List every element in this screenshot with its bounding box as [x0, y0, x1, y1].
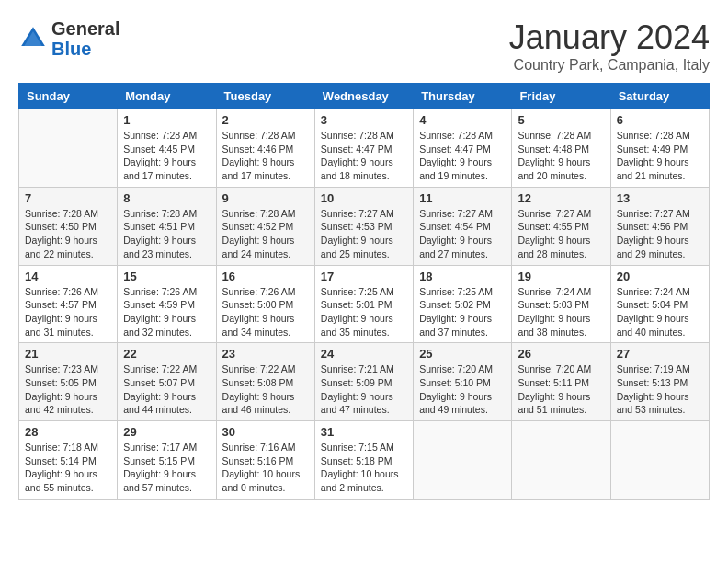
calendar-cell: 25Sunrise: 7:20 AMSunset: 5:10 PMDayligh… — [414, 343, 512, 421]
day-number: 21 — [25, 347, 111, 361]
day-number: 25 — [419, 347, 506, 361]
day-info: Sunrise: 7:28 AMSunset: 4:48 PMDaylight:… — [518, 129, 604, 183]
day-info: Sunrise: 7:28 AMSunset: 4:47 PMDaylight:… — [321, 129, 407, 183]
day-number: 30 — [222, 425, 309, 439]
day-number: 11 — [419, 191, 506, 205]
calendar-cell: 12Sunrise: 7:27 AMSunset: 4:55 PMDayligh… — [512, 187, 610, 265]
calendar-cell: 21Sunrise: 7:23 AMSunset: 5:05 PMDayligh… — [19, 343, 118, 421]
calendar-cell: 24Sunrise: 7:21 AMSunset: 5:09 PMDayligh… — [314, 343, 413, 421]
day-info: Sunrise: 7:15 AMSunset: 5:18 PMDaylight:… — [321, 441, 407, 495]
day-number: 24 — [321, 347, 407, 361]
column-header-wednesday: Wednesday — [314, 84, 413, 109]
calendar-cell: 7Sunrise: 7:28 AMSunset: 4:50 PMDaylight… — [19, 187, 118, 265]
calendar-cell: 6Sunrise: 7:28 AMSunset: 4:49 PMDaylight… — [610, 109, 709, 188]
column-header-friday: Friday — [512, 84, 610, 109]
day-info: Sunrise: 7:18 AMSunset: 5:14 PMDaylight:… — [25, 441, 111, 495]
calendar-cell: 28Sunrise: 7:18 AMSunset: 5:14 PMDayligh… — [19, 421, 118, 500]
day-number: 23 — [222, 347, 309, 361]
calendar-cell: 13Sunrise: 7:27 AMSunset: 4:56 PMDayligh… — [610, 187, 709, 265]
day-number: 10 — [321, 191, 407, 205]
calendar-table: SundayMondayTuesdayWednesdayThursdayFrid… — [18, 83, 710, 500]
calendar-cell: 18Sunrise: 7:25 AMSunset: 5:02 PMDayligh… — [414, 265, 512, 343]
calendar-cell: 15Sunrise: 7:26 AMSunset: 4:59 PMDayligh… — [118, 265, 216, 343]
calendar-cell — [512, 421, 610, 500]
calendar-cell: 10Sunrise: 7:27 AMSunset: 4:53 PMDayligh… — [314, 187, 413, 265]
calendar-cell: 22Sunrise: 7:22 AMSunset: 5:07 PMDayligh… — [118, 343, 216, 421]
title-section: January 2024 Country Park, Campania, Ita… — [509, 18, 710, 74]
calendar-cell: 9Sunrise: 7:28 AMSunset: 4:52 PMDaylight… — [216, 187, 314, 265]
calendar-cell — [414, 421, 512, 500]
day-number: 16 — [222, 270, 309, 283]
calendar-cell: 27Sunrise: 7:19 AMSunset: 5:13 PMDayligh… — [610, 343, 709, 421]
calendar-cell: 30Sunrise: 7:16 AMSunset: 5:16 PMDayligh… — [216, 421, 314, 500]
day-number: 18 — [419, 270, 506, 283]
column-header-thursday: Thursday — [414, 84, 512, 109]
day-number: 1 — [123, 113, 210, 127]
day-info: Sunrise: 7:17 AMSunset: 5:15 PMDaylight:… — [123, 441, 210, 495]
day-number: 15 — [123, 270, 210, 283]
calendar-cell — [19, 109, 118, 188]
calendar-cell: 20Sunrise: 7:24 AMSunset: 5:04 PMDayligh… — [610, 265, 709, 343]
day-info: Sunrise: 7:22 AMSunset: 5:08 PMDaylight:… — [222, 362, 309, 417]
day-number: 29 — [123, 425, 210, 439]
logo-text: General Blue — [51, 18, 119, 59]
day-info: Sunrise: 7:24 AMSunset: 5:04 PMDaylight:… — [617, 285, 703, 339]
day-info: Sunrise: 7:20 AMSunset: 5:11 PMDaylight:… — [518, 362, 604, 417]
column-header-monday: Monday — [118, 84, 216, 109]
logo-blue-text: Blue — [51, 39, 91, 59]
day-number: 27 — [617, 347, 703, 361]
logo-icon — [18, 24, 48, 53]
column-header-saturday: Saturday — [610, 84, 709, 109]
day-number: 7 — [25, 191, 111, 205]
calendar-cell: 31Sunrise: 7:15 AMSunset: 5:18 PMDayligh… — [314, 421, 413, 500]
logo-general-text: General — [51, 18, 119, 39]
day-info: Sunrise: 7:27 AMSunset: 4:53 PMDaylight:… — [321, 207, 407, 261]
day-info: Sunrise: 7:27 AMSunset: 4:55 PMDaylight:… — [518, 207, 604, 261]
day-info: Sunrise: 7:24 AMSunset: 5:03 PMDaylight:… — [518, 285, 604, 339]
day-number: 12 — [518, 191, 604, 205]
calendar-cell: 11Sunrise: 7:27 AMSunset: 4:54 PMDayligh… — [414, 187, 512, 265]
day-info: Sunrise: 7:28 AMSunset: 4:50 PMDaylight:… — [25, 207, 111, 261]
calendar-cell: 16Sunrise: 7:26 AMSunset: 5:00 PMDayligh… — [216, 265, 314, 343]
page-header: General Blue January 2024 Country Park, … — [18, 18, 710, 74]
calendar-cell: 3Sunrise: 7:28 AMSunset: 4:47 PMDaylight… — [314, 109, 413, 188]
day-number: 22 — [123, 347, 210, 361]
day-info: Sunrise: 7:26 AMSunset: 4:59 PMDaylight:… — [123, 285, 210, 339]
day-info: Sunrise: 7:26 AMSunset: 4:57 PMDaylight:… — [25, 285, 111, 339]
day-info: Sunrise: 7:26 AMSunset: 5:00 PMDaylight:… — [222, 285, 309, 339]
day-info: Sunrise: 7:16 AMSunset: 5:16 PMDaylight:… — [222, 441, 309, 495]
calendar-cell: 8Sunrise: 7:28 AMSunset: 4:51 PMDaylight… — [118, 187, 216, 265]
column-header-sunday: Sunday — [19, 84, 118, 109]
day-info: Sunrise: 7:25 AMSunset: 5:01 PMDaylight:… — [321, 285, 407, 339]
day-number: 8 — [123, 191, 210, 205]
calendar-cell: 14Sunrise: 7:26 AMSunset: 4:57 PMDayligh… — [19, 265, 118, 343]
calendar-cell: 1Sunrise: 7:28 AMSunset: 4:45 PMDaylight… — [118, 109, 216, 188]
day-info: Sunrise: 7:28 AMSunset: 4:45 PMDaylight:… — [123, 129, 210, 183]
day-number: 9 — [222, 191, 309, 205]
day-info: Sunrise: 7:22 AMSunset: 5:07 PMDaylight:… — [123, 362, 210, 417]
day-number: 2 — [222, 113, 309, 127]
calendar-title: January 2024 — [509, 18, 710, 57]
day-info: Sunrise: 7:28 AMSunset: 4:46 PMDaylight:… — [222, 129, 309, 183]
calendar-subtitle: Country Park, Campania, Italy — [509, 57, 710, 74]
day-info: Sunrise: 7:19 AMSunset: 5:13 PMDaylight:… — [617, 362, 703, 417]
day-number: 5 — [518, 113, 604, 127]
day-info: Sunrise: 7:28 AMSunset: 4:52 PMDaylight:… — [222, 207, 309, 261]
calendar-cell: 17Sunrise: 7:25 AMSunset: 5:01 PMDayligh… — [314, 265, 413, 343]
day-info: Sunrise: 7:28 AMSunset: 4:47 PMDaylight:… — [419, 129, 506, 183]
calendar-cell: 2Sunrise: 7:28 AMSunset: 4:46 PMDaylight… — [216, 109, 314, 188]
day-number: 20 — [617, 270, 703, 283]
day-number: 4 — [419, 113, 506, 127]
day-number: 19 — [518, 270, 604, 283]
day-info: Sunrise: 7:21 AMSunset: 5:09 PMDaylight:… — [321, 362, 407, 417]
calendar-cell: 5Sunrise: 7:28 AMSunset: 4:48 PMDaylight… — [512, 109, 610, 188]
day-info: Sunrise: 7:27 AMSunset: 4:54 PMDaylight:… — [419, 207, 506, 261]
calendar-cell — [610, 421, 709, 500]
day-info: Sunrise: 7:23 AMSunset: 5:05 PMDaylight:… — [25, 362, 111, 417]
day-info: Sunrise: 7:28 AMSunset: 4:51 PMDaylight:… — [123, 207, 210, 261]
day-info: Sunrise: 7:25 AMSunset: 5:02 PMDaylight:… — [419, 285, 506, 339]
day-number: 13 — [617, 191, 703, 205]
calendar-cell: 19Sunrise: 7:24 AMSunset: 5:03 PMDayligh… — [512, 265, 610, 343]
calendar-cell: 23Sunrise: 7:22 AMSunset: 5:08 PMDayligh… — [216, 343, 314, 421]
day-info: Sunrise: 7:27 AMSunset: 4:56 PMDaylight:… — [617, 207, 703, 261]
